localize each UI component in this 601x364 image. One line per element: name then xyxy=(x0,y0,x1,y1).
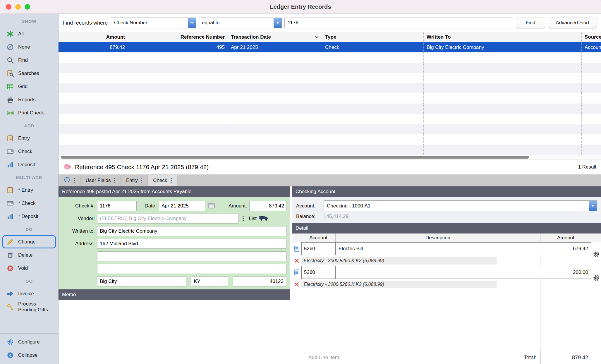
vendor-menu-kebab-icon[interactable] xyxy=(243,216,244,221)
column-header-amount[interactable]: Amount xyxy=(59,32,128,42)
column-header-type[interactable]: Type xyxy=(322,32,424,42)
sidebar-item-multi-entry[interactable]: * Entry xyxy=(0,183,58,197)
line-item-gear-icon[interactable] xyxy=(591,266,601,290)
horizontal-scrollbar[interactable] xyxy=(59,155,601,159)
sidebar-item-none[interactable]: None xyxy=(0,40,58,54)
line-item-description[interactable]: Electric Bill xyxy=(336,242,540,255)
sidebar-item-all[interactable]: All xyxy=(0,27,58,40)
account-area: Account: Checking - 1000.A1 ▼ Balance: 1… xyxy=(292,197,601,223)
tab-menu-kebab-icon[interactable] xyxy=(114,178,115,183)
sidebar-item-entry[interactable]: Entry xyxy=(0,132,58,145)
account-label: Account: xyxy=(296,203,324,209)
sort-chevron-icon xyxy=(315,36,319,38)
tab-entry[interactable]: Entry xyxy=(121,175,148,186)
tab-menu-kebab-icon[interactable] xyxy=(171,178,172,183)
check-form: Check #: Date: Amount: Vendor: xyxy=(59,197,290,289)
tab-check[interactable]: Check xyxy=(148,175,177,186)
minimize-button[interactable] xyxy=(15,4,21,10)
sidebar-item-void[interactable]: Void xyxy=(0,262,58,275)
sidebar-item-multi-deposit[interactable]: * Deposit xyxy=(0,210,58,223)
magnifier-icon xyxy=(6,56,14,64)
tab-menu-kebab-icon[interactable] xyxy=(74,178,75,183)
find-operator-value: equal to xyxy=(199,20,223,26)
keys-icon xyxy=(6,303,14,311)
result-count: 1 Result xyxy=(578,164,596,170)
city-input[interactable] xyxy=(97,277,186,286)
sidebar-item-label: Find xyxy=(18,57,28,63)
ledger-lookup-icon[interactable] xyxy=(292,266,301,279)
memo-header: Memo xyxy=(59,289,290,300)
column-header-written-to[interactable]: Written To xyxy=(424,32,582,42)
line-item-amount[interactable]: 200.00 xyxy=(540,266,591,279)
calendar-icon[interactable] xyxy=(207,201,216,211)
check-doc-icon xyxy=(6,148,14,155)
find-button[interactable]: Find xyxy=(516,18,545,28)
table-row-empty xyxy=(59,104,601,114)
table-row-selected[interactable]: 879.42 495 Apr 21 2025 Check Big City El… xyxy=(59,42,601,52)
sidebar-item-change[interactable]: Change xyxy=(2,235,56,248)
sidebar-item-process-pending-gifts[interactable]: Process Pending Gifts xyxy=(0,300,58,313)
sidebar-item-find[interactable]: Find xyxy=(0,54,58,67)
line-item: 5260 Electric Bill 679.42 Electricity - … xyxy=(292,242,601,266)
line-item-description[interactable] xyxy=(336,266,540,279)
ledger-lookup-icon[interactable] xyxy=(292,242,301,255)
vendor-input[interactable] xyxy=(97,214,238,224)
tab-user-fields[interactable]: User Fields xyxy=(80,175,121,186)
tab-info[interactable] xyxy=(59,175,80,186)
sidebar-item-label: Reports xyxy=(18,97,36,103)
sidebar-item-configure[interactable]: Configure xyxy=(0,335,58,348)
address-line1-input[interactable] xyxy=(97,239,287,249)
sidebar-item-searches[interactable]: Searches xyxy=(0,67,58,80)
memo-field[interactable] xyxy=(59,300,290,364)
check-number-input[interactable] xyxy=(97,201,137,211)
add-line-item-button[interactable]: Add Line Item xyxy=(308,351,339,364)
sidebar-item-check[interactable]: Check xyxy=(0,145,58,158)
account-dropdown[interactable]: Checking - 1000.A1 ▼ xyxy=(324,200,597,211)
sidebar-item-label: All xyxy=(18,31,24,37)
sidebar-item-deposit[interactable]: Deposit xyxy=(0,158,58,171)
remove-line-icon[interactable] xyxy=(292,281,301,288)
close-button[interactable] xyxy=(6,4,11,10)
window-title: Ledger Entry Records xyxy=(270,4,331,10)
column-header-transaction-date[interactable]: Transaction Date xyxy=(228,32,322,42)
horizontal-scrollbar-thumb[interactable] xyxy=(61,156,529,159)
allocation-note: Electricity - 3000.5260.K.K2 (6,088.99) xyxy=(301,257,497,265)
sidebar-item-label: Delete xyxy=(18,252,32,258)
sidebar-item-delete[interactable]: Delete xyxy=(0,248,58,262)
sidebar-item-invoice[interactable]: Invoice xyxy=(0,287,58,300)
vendor-list-label[interactable]: List xyxy=(249,216,257,222)
line-item-account[interactable]: 5260 xyxy=(301,242,336,255)
advanced-find-button[interactable]: Advanced Find xyxy=(548,18,597,28)
find-operator-dropdown[interactable]: equal to ▼ xyxy=(199,18,282,28)
search-input[interactable] xyxy=(284,18,513,28)
detail-column-description: Description xyxy=(336,233,540,242)
sidebar-item-print-check[interactable]: Print Check xyxy=(0,106,58,119)
truck-icon[interactable] xyxy=(259,214,269,223)
zip-input[interactable] xyxy=(233,277,286,286)
record-bar: Reference 495 Check 1176 Apr 21 2025 (87… xyxy=(59,159,601,175)
sidebar-item-label: Change xyxy=(18,239,36,245)
line-item-account[interactable]: 5260 xyxy=(301,266,336,279)
column-header-source[interactable]: Source xyxy=(582,32,601,42)
sidebar-item-reports[interactable]: Reports xyxy=(0,93,58,106)
sidebar-item-multi-check[interactable]: * Check xyxy=(0,197,58,210)
sidebar-item-label: Entry xyxy=(18,135,30,141)
line-item-gear-icon[interactable] xyxy=(591,242,601,266)
cell-reference-number: 495 xyxy=(128,42,228,52)
tab-menu-kebab-icon[interactable] xyxy=(141,178,142,183)
sidebar-item-collapse[interactable]: Collapse xyxy=(0,348,58,362)
zoom-button[interactable] xyxy=(25,4,30,10)
written-to-input[interactable] xyxy=(97,226,287,236)
address-line2-input[interactable] xyxy=(97,251,287,261)
line-item-amount[interactable]: 679.42 xyxy=(540,242,591,255)
sidebar-item-grid[interactable]: Grid xyxy=(0,80,58,93)
sidebar-item-label: * Check xyxy=(18,200,36,206)
column-header-reference-number[interactable]: Reference Number xyxy=(128,32,228,42)
sidebar-section-add: ADD xyxy=(0,119,58,132)
find-field-dropdown[interactable]: Check Number ▼ xyxy=(111,18,196,28)
state-input[interactable] xyxy=(191,277,228,286)
amount-input[interactable] xyxy=(249,201,287,211)
address-line3-input[interactable] xyxy=(97,264,287,274)
date-input[interactable] xyxy=(159,201,205,211)
remove-line-icon[interactable] xyxy=(292,257,301,264)
